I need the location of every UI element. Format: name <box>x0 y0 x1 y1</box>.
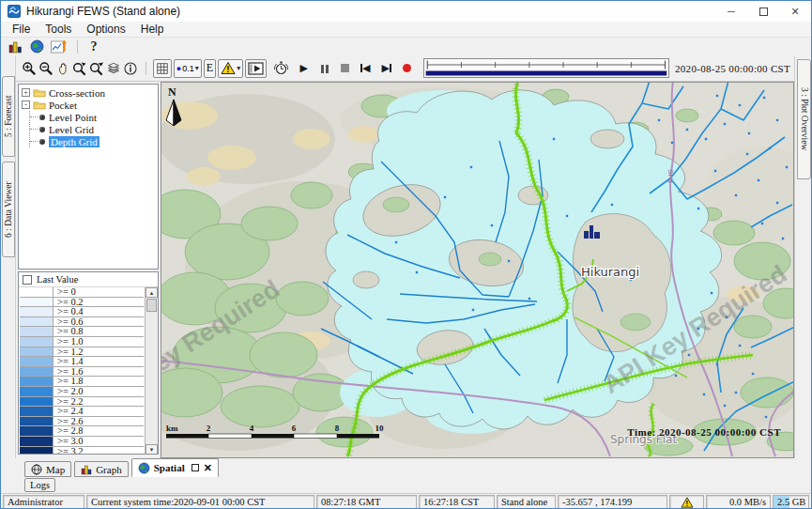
logs-button[interactable]: Logs <box>24 478 55 492</box>
play-button[interactable]: ▶ <box>296 59 312 78</box>
left-panel: +Cross-section-PocketLevel PointLevel Gr… <box>16 82 161 458</box>
bar-chart-button[interactable] <box>6 39 24 54</box>
window-title: Hikurangi FEWS (Stand alone) <box>26 5 180 18</box>
menu-help[interactable]: Help <box>133 23 172 36</box>
label-toggle-button[interactable]: E <box>204 59 216 78</box>
layer-tree: +Cross-section-PocketLevel PointLevel Gr… <box>18 84 159 270</box>
interval-dropdown[interactable]: ● 0.1 ▾ <box>174 59 202 78</box>
legend-row: >= 0 <box>20 287 144 298</box>
zoom-next-button[interactable] <box>88 59 104 78</box>
legend-value: >= 1.2 <box>54 347 84 357</box>
record-button[interactable] <box>399 59 415 78</box>
status-bar: Administrator Current system time:2020-0… <box>1 493 811 509</box>
expand-icon[interactable]: + <box>22 88 30 97</box>
legend-swatch <box>20 298 54 307</box>
grid-icon <box>156 62 169 75</box>
legend-swatch <box>20 287 54 297</box>
legend-value: >= 1.4 <box>54 357 84 366</box>
pause-button[interactable] <box>316 59 332 78</box>
step-backward-button[interactable]: ▶ <box>358 59 374 78</box>
step-forward-button[interactable]: ▶ <box>378 59 394 78</box>
info-button[interactable] <box>122 59 138 78</box>
legend-value: >= 3.0 <box>54 437 84 446</box>
close-button[interactable]: ✕ <box>779 1 811 22</box>
zoom-out-button[interactable] <box>38 59 54 78</box>
legend-swatch <box>20 337 54 347</box>
map-toolbar: ● 0.1 ▾ E ▾ ▶ <box>16 55 794 82</box>
town-label: Hikurangi <box>581 265 639 279</box>
help-button[interactable]: ? <box>84 39 103 54</box>
timeline-datetime: 2020-08-25 00:00:00 CST <box>675 63 790 74</box>
legend-swatch <box>20 417 54 426</box>
legend-swatch <box>20 357 54 366</box>
layers-button[interactable] <box>105 59 121 78</box>
animation-button[interactable] <box>245 59 267 78</box>
menu-file[interactable]: File <box>5 23 38 36</box>
legend-panel: Last Value >= 0>= 0.2>= 0.4>= 0.6>= 0.8>… <box>18 271 159 455</box>
main-area: 5 : Forecast 6 : Data Viewer 3 : Plot Ov… <box>1 55 812 458</box>
maximize-button[interactable] <box>747 1 779 22</box>
legend-row: >= 3.2 <box>20 447 144 455</box>
scale-unit: km <box>166 424 178 433</box>
tree-item-label: Cross-section <box>49 87 105 99</box>
warning-icon <box>221 61 236 75</box>
warning-dropdown[interactable]: ▾ <box>218 59 243 78</box>
legend-swatch <box>20 347 54 357</box>
tree-item-label: Level Point <box>49 112 97 123</box>
status-gmt-time: 08:27:18 GMT <box>316 495 417 509</box>
maximize-panel-icon[interactable] <box>192 464 199 471</box>
legend-value: >= 2.2 <box>54 397 84 407</box>
zoom-previous-button[interactable] <box>71 59 87 78</box>
tab-spatial[interactable]: Spatial ✕ <box>131 458 219 477</box>
status-coordinates: -35.657 , 174.199 <box>558 495 667 509</box>
legend-value: >= 0.2 <box>54 298 84 307</box>
legend-value: >= 1.0 <box>54 337 84 347</box>
menu-options[interactable]: Options <box>79 23 132 36</box>
map-view[interactable]: API Key Required API Key Required SH1 Hi… <box>161 82 794 458</box>
tree-item-cross-section[interactable]: +Cross-section <box>22 86 158 99</box>
stop-button[interactable] <box>337 59 353 78</box>
menu-tools[interactable]: Tools <box>38 23 79 36</box>
node-icon <box>39 139 45 145</box>
label-glyph: E <box>207 61 213 75</box>
scroll-up-icon[interactable]: ▲ <box>146 287 158 298</box>
legend-swatch <box>20 327 54 336</box>
legend-row: >= 3.0 <box>20 437 144 447</box>
tree-item-level-point[interactable]: Level Point <box>30 111 158 123</box>
scroll-down-icon[interactable]: ▼ <box>146 444 158 455</box>
timer-button[interactable] <box>273 59 289 78</box>
tree-guide <box>30 129 38 130</box>
tab-plot-overview[interactable]: 3 : Plot Overview <box>797 59 811 179</box>
collapse-icon[interactable]: - <box>22 100 30 109</box>
legend-swatch <box>20 447 54 455</box>
minimize-button[interactable]: ─ <box>715 1 747 22</box>
zoom-in-button[interactable] <box>21 59 37 78</box>
globe-map-button[interactable] <box>27 39 46 54</box>
tree-guide <box>30 116 38 117</box>
legend-value: >= 0.8 <box>54 327 84 336</box>
tree-item-pocket[interactable]: -Pocket <box>22 99 158 111</box>
tab-data-viewer[interactable]: 6 : Data Viewer <box>2 162 15 257</box>
legend-scrollbar[interactable]: ▲ ▼ <box>145 287 158 455</box>
legend-value: >= 1.8 <box>54 377 84 386</box>
tab-map[interactable]: Map <box>24 461 71 477</box>
timeseries-button[interactable] <box>49 39 68 54</box>
last-value-checkbox[interactable] <box>23 275 32 285</box>
time-slider[interactable] <box>423 58 669 78</box>
legend-swatch <box>20 397 54 407</box>
grid-toggle-button[interactable] <box>153 59 172 78</box>
menu-bar: FileToolsOptionsHelp <box>1 22 811 38</box>
scroll-thumb[interactable] <box>146 299 157 312</box>
pan-button[interactable] <box>54 59 70 78</box>
map-time-label: Time: 2020-08-25 00:00:00 CST <box>627 426 781 438</box>
legend-value: >= 2.8 <box>54 426 84 436</box>
bar-chart-icon <box>81 464 92 475</box>
close-panel-icon[interactable]: ✕ <box>204 462 212 474</box>
legend-swatch <box>20 426 54 436</box>
legend-swatch <box>20 307 54 316</box>
status-warning[interactable] <box>669 495 704 509</box>
tree-item-level-grid[interactable]: Level Grid <box>30 123 158 135</box>
tab-forecast[interactable]: 5 : Forecast <box>2 76 15 157</box>
tab-graph[interactable]: Graph <box>74 461 129 477</box>
tree-item-depth-grid[interactable]: Depth Grid <box>30 135 158 147</box>
